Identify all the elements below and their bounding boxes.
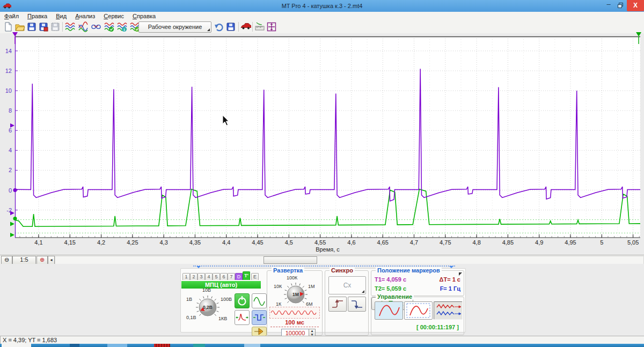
channel-tab-7[interactable]: 7	[228, 273, 235, 280]
sweep-rate-knob[interactable]: 1М	[282, 280, 310, 308]
zoom-in-button[interactable]: ⊕	[36, 256, 48, 264]
time-per-div: 100 мс	[267, 319, 322, 326]
fit-view-button[interactable]	[266, 21, 278, 32]
toolbar-separator	[238, 22, 239, 32]
trigger-falling-edge-button[interactable]	[348, 297, 366, 312]
channel-tab-E[interactable]: E	[251, 273, 259, 280]
control-title: Управление	[376, 293, 414, 300]
sync-source-dropdown[interactable]: Cx	[328, 276, 366, 294]
svg-text:4,4: 4,4	[222, 239, 230, 246]
taskbar-item[interactable]	[244, 344, 260, 347]
waves-check-button[interactable]	[104, 21, 115, 32]
sweep-sine-icon	[270, 307, 319, 318]
ac-mode-button[interactable]	[252, 293, 267, 308]
svg-text:4,85: 4,85	[502, 239, 514, 246]
title-bar[interactable]: MT Pro 4 - катушка к.3 - 2.mt4 – X	[0, 0, 644, 12]
menu-analysis[interactable]: Анализ	[71, 12, 99, 20]
markers-title: Положение маркеров	[376, 267, 442, 274]
menu-service[interactable]: Сервис	[99, 12, 128, 20]
taskbar-item[interactable]	[193, 344, 205, 347]
close-button[interactable]: X	[627, 0, 644, 11]
save-all-button[interactable]	[50, 21, 62, 32]
probe-select-button[interactable]	[252, 327, 267, 336]
hand-pointer-icon	[252, 327, 266, 336]
pulse-mode-button[interactable]	[235, 310, 250, 325]
group-corner-icon	[459, 272, 462, 276]
menu-edit[interactable]: Правка	[23, 12, 52, 20]
sync-group: Синхро Cx	[325, 270, 369, 336]
elapsed-timer: [ 00:00:11:197 ]	[416, 324, 463, 330]
framed-sweep-button[interactable]	[404, 301, 433, 320]
svg-text:10: 10	[5, 87, 12, 94]
restore-button[interactable]	[615, 0, 626, 11]
marker-t1-value: T1= 4,059 с	[375, 276, 406, 283]
svg-text:6: 6	[9, 127, 12, 134]
status-bar: X = 4,39; YT = 1,683	[0, 336, 644, 344]
menu-view[interactable]: Вид	[52, 12, 71, 20]
zoom-out-button[interactable]: ⊖	[1, 256, 12, 264]
channel-tab-T-active[interactable]: T'	[243, 271, 250, 280]
scroll-left-button[interactable]: ◂	[48, 256, 55, 264]
open-button[interactable]	[14, 21, 26, 32]
svg-text:8: 8	[9, 107, 12, 114]
svg-text:2: 2	[9, 167, 12, 173]
taskbar-item[interactable]	[70, 344, 79, 347]
time-span-arrow	[270, 327, 319, 327]
trigger-rising-edge-button[interactable]	[328, 297, 347, 312]
channel-power-button[interactable]	[235, 293, 250, 308]
car-mode-button[interactable]	[240, 21, 252, 32]
single-sweep-button[interactable]	[375, 301, 403, 320]
taskbar-item[interactable]	[154, 344, 170, 347]
window-title: MT Pro 4 - катушка к.3 - 2.mt4	[0, 0, 644, 12]
waves-check-icon	[104, 21, 114, 32]
waveform-canvas[interactable]: 4,14,154,24,254,34,354,44,454,54,554,64,…	[15, 36, 640, 238]
waves-overlay-button[interactable]	[78, 21, 90, 32]
power-icon	[235, 294, 249, 308]
svg-text:Время, с: Время, с	[316, 246, 340, 253]
dc-mode-button[interactable]	[252, 310, 267, 325]
sweep-knob-value: 1М	[292, 292, 299, 297]
svg-text:i: i	[124, 28, 125, 32]
save-as-button[interactable]	[38, 21, 50, 32]
toolbar: i Рабочее окружение	[0, 20, 644, 34]
svg-text:4,5: 4,5	[285, 239, 293, 246]
waves-loop-button[interactable]	[91, 21, 103, 32]
measure-button[interactable]	[254, 21, 266, 32]
zoom-ratio-label: 1:5	[12, 256, 36, 264]
channel-tab-1[interactable]: 1	[182, 273, 190, 280]
knob-label-1v: 1В	[186, 297, 192, 302]
voltage-range-knob[interactable]: 0,2В	[194, 293, 222, 321]
oscilloscope-plot[interactable]: 4,14,154,24,254,34,354,44,454,54,554,64,…	[15, 36, 640, 238]
svg-text:4,1: 4,1	[34, 239, 42, 246]
channel-tab-2[interactable]: 2	[190, 273, 197, 280]
waves-icon	[64, 21, 75, 32]
channel-tab-D[interactable]: D	[235, 273, 243, 280]
windows-taskbar[interactable]	[0, 344, 644, 347]
channel-tab-5[interactable]: 5	[213, 273, 220, 280]
undo-button[interactable]	[214, 21, 225, 32]
channel-tab-3[interactable]: 3	[197, 273, 205, 280]
channel-tab-4[interactable]: 4	[205, 273, 213, 280]
svg-text:0: 0	[9, 187, 12, 194]
save-button[interactable]	[26, 21, 38, 32]
knob-label-10v: 10В	[202, 287, 211, 293]
waves-info-button[interactable]: i	[116, 21, 128, 32]
menu-help[interactable]: Справка	[128, 12, 160, 20]
chart-region: 4,14,154,24,254,34,354,44,454,54,554,64,…	[0, 33, 644, 255]
single-wave-icon	[375, 302, 402, 319]
svg-text:4: 4	[9, 147, 12, 153]
chart-hscrollbar-thumb[interactable]	[264, 256, 317, 264]
taskbar-start-fragment[interactable]	[2, 344, 31, 347]
stream-waves-icon	[434, 302, 462, 319]
waves-button[interactable]	[64, 21, 76, 32]
workspace-dropdown[interactable]: Рабочее окружение	[138, 21, 211, 33]
fit-view-icon	[266, 21, 277, 32]
continuous-stream-button[interactable]	[434, 301, 463, 320]
chart-hscrollbar-track[interactable]	[55, 256, 644, 264]
new-file-button[interactable]	[3, 21, 14, 32]
minimize-button[interactable]: –	[603, 0, 614, 11]
menu-file[interactable]: Файл	[0, 12, 23, 20]
channel-tab-6[interactable]: 6	[220, 273, 228, 280]
taskbar-item[interactable]	[107, 344, 127, 347]
quick-save-button[interactable]	[225, 21, 237, 32]
